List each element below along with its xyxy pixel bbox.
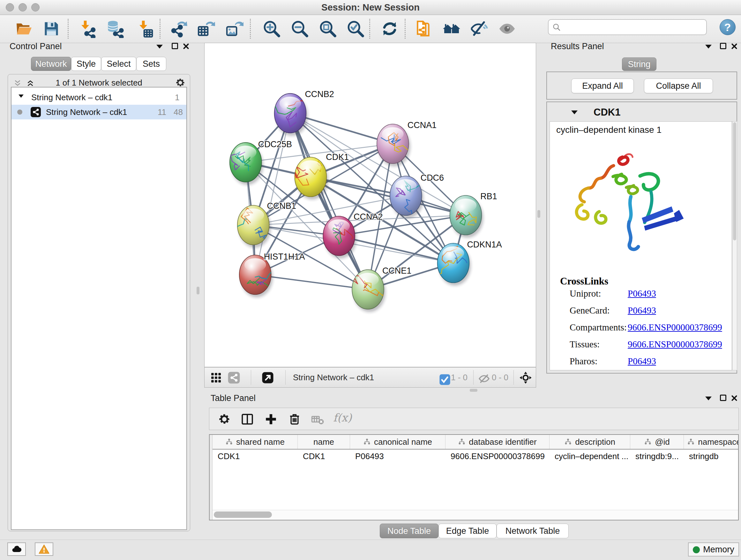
- column-header-canonical-name[interactable]: canonical name: [350, 435, 446, 449]
- tab-string[interactable]: String: [622, 57, 657, 71]
- table-horizontal-scrollbar[interactable]: [212, 510, 739, 520]
- export-table-button[interactable]: [197, 19, 215, 38]
- tab-select[interactable]: Select: [101, 57, 136, 71]
- save-session-button[interactable]: [42, 19, 61, 38]
- results-panel-menu-icon[interactable]: [705, 45, 712, 49]
- selected-checkbox-icon[interactable]: [439, 373, 448, 382]
- export-network-button[interactable]: [169, 19, 188, 38]
- crosslink-link[interactable]: 9606.ENSP00000378699: [628, 322, 722, 333]
- tab-node-table[interactable]: Node Table: [380, 523, 439, 538]
- open-session-button[interactable]: [15, 19, 33, 38]
- network-node-ccnb1[interactable]: [222, 205, 271, 248]
- network-node-cdk1[interactable]: [288, 157, 328, 199]
- protein-section-expander-icon[interactable]: [571, 111, 578, 114]
- import-network-from-file-button[interactable]: [77, 19, 96, 38]
- zoom-fit-button[interactable]: [319, 19, 337, 38]
- column-header-description[interactable]: description: [549, 435, 630, 449]
- hide-selected-button[interactable]: [470, 19, 488, 38]
- zoom-in-button[interactable]: [262, 19, 281, 38]
- search-box[interactable]: [548, 19, 707, 35]
- results-panel-float-icon[interactable]: [720, 43, 726, 49]
- tab-edge-table[interactable]: Edge Table: [439, 523, 496, 538]
- warnings-button[interactable]: [35, 543, 53, 556]
- control-panel-close-icon[interactable]: [183, 43, 190, 50]
- table-panel-menu-icon[interactable]: [705, 396, 712, 400]
- control-panel-title: Control Panel: [10, 42, 62, 51]
- delete-table-icon[interactable]: [311, 413, 324, 426]
- panel-divider-handle[interactable]: [197, 287, 199, 294]
- hidden-eye-icon[interactable]: [478, 372, 488, 383]
- network-node-rb1[interactable]: [450, 195, 483, 238]
- select-columns-icon[interactable]: [241, 413, 254, 426]
- network-node-ccna2[interactable]: [323, 216, 356, 259]
- tab-sets[interactable]: Sets: [136, 57, 166, 71]
- results-scrollbar[interactable]: [732, 121, 737, 370]
- table-cell[interactable]: CDK1: [298, 449, 350, 463]
- share-view-icon[interactable]: [227, 371, 240, 384]
- column-header-database-identifier[interactable]: database identifier: [446, 435, 549, 449]
- table-row[interactable]: CDK1CDK1P064939606.ENSP00000378699cyclin…: [212, 449, 739, 463]
- table-cell[interactable]: 9606.ENSP00000378699: [446, 449, 549, 463]
- table-cell[interactable]: CDK1: [212, 449, 298, 463]
- column-header-shared-name[interactable]: shared name: [212, 435, 298, 449]
- new-network-from-selection-button[interactable]: [415, 19, 433, 38]
- cloud-status-button[interactable]: [7, 543, 26, 556]
- column-header-namespace[interactable]: namespace: [684, 435, 739, 449]
- table-cell[interactable]: P06493: [350, 449, 446, 463]
- help-button[interactable]: ?: [720, 19, 736, 35]
- import-table-from-file-button[interactable]: [135, 19, 154, 38]
- crosslink-link[interactable]: P06493: [628, 305, 656, 316]
- toolbar-separator: [159, 19, 160, 39]
- memory-button[interactable]: Memory: [688, 543, 739, 557]
- toolbar-separator: [405, 19, 406, 39]
- add-column-icon[interactable]: [264, 413, 278, 426]
- search-input[interactable]: [564, 21, 702, 33]
- control-panel-menu-icon[interactable]: [156, 45, 163, 49]
- table-panel-float-icon[interactable]: [720, 395, 726, 401]
- delete-column-trash-icon[interactable]: [288, 413, 301, 426]
- import-network-from-database-button[interactable]: [105, 19, 124, 38]
- column-header-name[interactable]: name: [298, 435, 350, 449]
- table-panel-close-icon[interactable]: [731, 395, 738, 401]
- tab-network[interactable]: Network: [31, 57, 71, 71]
- table-settings-gear-icon[interactable]: [218, 413, 231, 426]
- network-graph[interactable]: CCNB2CCNA1CDC25BCDK1CDC6RB1CCNB1CCNA2CDK…: [205, 43, 536, 367]
- crosslink-link[interactable]: P06493: [628, 356, 656, 367]
- collapse-all-button[interactable]: Collapse All: [644, 78, 713, 93]
- network-type-icon: [30, 107, 41, 117]
- open-in-window-icon[interactable]: [261, 371, 274, 384]
- selected-counts: 1 - 0: [451, 373, 468, 382]
- column-header--id[interactable]: @id: [630, 435, 684, 449]
- table-cell[interactable]: stringdb: [684, 449, 739, 463]
- table-cell[interactable]: stringdb:9...: [630, 449, 684, 463]
- control-panel-float-icon[interactable]: [172, 43, 178, 49]
- results-panel-close-icon[interactable]: [731, 43, 738, 50]
- table-toolbar: f(x): [209, 408, 739, 430]
- export-image-button[interactable]: [225, 19, 244, 38]
- refresh-view-button[interactable]: [381, 19, 399, 38]
- zoom-out-button[interactable]: [290, 19, 309, 38]
- zoom-selected-button[interactable]: [346, 19, 365, 38]
- apply-preferred-layout-button[interactable]: [442, 19, 461, 38]
- crosslink-link[interactable]: 9606.ENSP00000378699: [628, 339, 722, 350]
- zoom-selected-icon: [346, 19, 365, 38]
- panel-divider-handle[interactable]: [470, 389, 477, 392]
- crosslink-link[interactable]: P06493: [628, 288, 656, 299]
- network-node-ccna1[interactable]: [377, 124, 418, 166]
- toolbar-divider: [514, 370, 514, 385]
- network-node-cdkn1a[interactable]: [430, 243, 471, 286]
- panel-divider-handle[interactable]: [537, 210, 540, 218]
- crosslink-label: Uniprot:: [569, 288, 601, 299]
- network-canvas[interactable]: CCNB2CCNA1CDC25BCDK1CDC6RB1CCNB1CCNA2CDK…: [204, 43, 536, 367]
- network-tree-root-row[interactable]: String Network – cdk1 1: [11, 90, 186, 105]
- table-cell[interactable]: cyclin–dependent ...: [549, 449, 630, 463]
- tab-style[interactable]: Style: [71, 57, 101, 71]
- tab-network-table[interactable]: Network Table: [496, 523, 569, 538]
- tree-expander-icon[interactable]: [18, 95, 23, 98]
- grid-view-icon[interactable]: [210, 371, 222, 384]
- show-all-button[interactable]: [498, 19, 516, 38]
- network-tree-row-selected[interactable]: String Network – cdk1 11 48: [11, 105, 186, 119]
- function-builder-icon[interactable]: f(x): [333, 411, 352, 424]
- expand-all-button[interactable]: Expand All: [571, 78, 634, 93]
- birdseye-navigator-icon[interactable]: [519, 371, 532, 384]
